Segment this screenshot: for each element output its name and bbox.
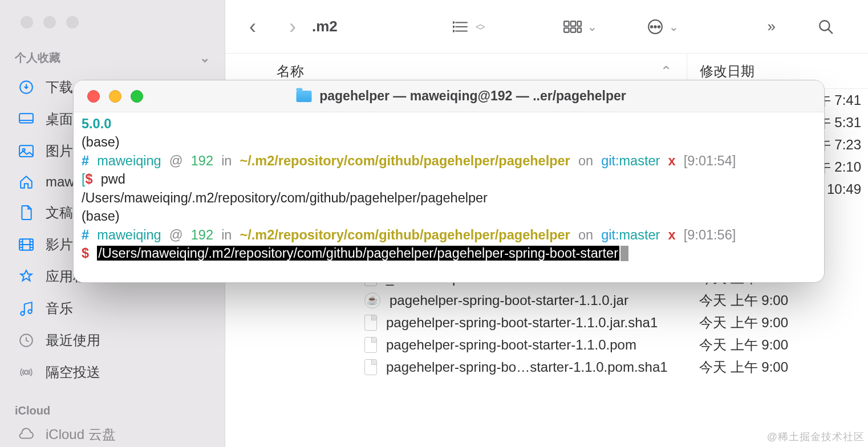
svg-point-8 bbox=[453, 26, 454, 27]
file-date: 今天 上午 9:00 bbox=[687, 358, 868, 376]
file-row[interactable]: ☕pagehelper-spring-boot-starter-1.1.0.ja… bbox=[225, 289, 868, 311]
sidebar-item-airdrop[interactable]: 隔空投送 bbox=[15, 356, 210, 388]
terminal-window[interactable]: pagehelper — maweiqing@192 — ..er/pagehe… bbox=[73, 80, 825, 283]
folder-icon bbox=[297, 91, 312, 102]
document-icon bbox=[364, 315, 377, 331]
forward-button[interactable]: › bbox=[289, 15, 296, 39]
file-name: pagehelper-spring-boot-starter-1.1.0.pom bbox=[386, 337, 636, 353]
sidebar-item-recents[interactable]: 最近使用 bbox=[15, 324, 210, 356]
location-title: .m2 bbox=[312, 18, 338, 35]
nav-arrows: ‹ › bbox=[249, 15, 296, 39]
document-icon bbox=[364, 359, 377, 375]
svg-point-9 bbox=[453, 30, 454, 31]
watermark: @稀土掘金技术社区 bbox=[767, 430, 865, 444]
sort-indicator-icon: ⌃ bbox=[660, 63, 672, 79]
download-icon bbox=[18, 79, 34, 95]
zoom-dot[interactable] bbox=[66, 16, 79, 29]
cloud-icon bbox=[18, 426, 34, 442]
close-dot[interactable] bbox=[21, 16, 33, 29]
svg-point-17 bbox=[650, 26, 652, 27]
sidebar-item-icloud-drive[interactable]: iCloud 云盘 bbox=[0, 417, 225, 444]
desktop-icon bbox=[18, 111, 34, 127]
file-row[interactable]: pagehelper-spring-boot-starter-1.1.0.pom… bbox=[225, 334, 868, 356]
chevron-down-icon: ⌄ bbox=[587, 20, 597, 34]
finder-toolbar: ‹ › .m2 ︿﹀ ⌄ ⌄ » bbox=[225, 0, 868, 54]
svg-rect-12 bbox=[577, 21, 581, 26]
group-button[interactable]: ⌄ bbox=[563, 20, 597, 34]
column-name[interactable]: 名称 ⌃ bbox=[225, 62, 687, 80]
svg-point-6 bbox=[25, 371, 29, 375]
svg-rect-11 bbox=[570, 21, 575, 26]
svg-rect-2 bbox=[19, 145, 33, 157]
file-row[interactable]: pagehelper-spring-bo…starter-1.1.0.pom.s… bbox=[225, 356, 868, 378]
file-date: 今天 上午 9:00 bbox=[687, 291, 868, 310]
sidebar-item-music[interactable]: 音乐 bbox=[15, 292, 210, 324]
movies-icon bbox=[18, 237, 34, 253]
file-row[interactable]: pagehelper-spring-boot-starter-1.1.0.jar… bbox=[225, 311, 868, 334]
file-date: 今天 上午 9:00 bbox=[687, 314, 868, 332]
terminal-body[interactable]: 5.0.0 (base) # maweiqing @ 192 in ~/.m2/… bbox=[74, 112, 824, 282]
terminal-window-controls[interactable] bbox=[74, 90, 155, 103]
favorites-label: 个人收藏 bbox=[15, 50, 60, 66]
svg-rect-1 bbox=[19, 113, 33, 123]
cursor bbox=[620, 246, 628, 261]
pictures-icon bbox=[18, 143, 34, 159]
highlighted-path: /Users/maweiqing/.m2/repository/com/gith… bbox=[97, 246, 619, 261]
svg-point-7 bbox=[453, 22, 454, 23]
svg-point-18 bbox=[654, 26, 656, 27]
document-icon bbox=[364, 337, 377, 353]
sidebar-favorites-header[interactable]: 个人收藏 ⌄ bbox=[15, 47, 210, 71]
minimize-button[interactable] bbox=[109, 90, 121, 103]
music-icon bbox=[18, 300, 34, 316]
window-controls[interactable] bbox=[0, 8, 225, 47]
airdrop-icon bbox=[18, 364, 34, 380]
updown-icon: ︿﹀ bbox=[476, 22, 486, 32]
close-button[interactable] bbox=[87, 90, 100, 103]
minimize-dot[interactable] bbox=[43, 16, 56, 29]
action-button[interactable]: ⌄ bbox=[647, 19, 679, 35]
svg-point-19 bbox=[658, 26, 659, 27]
file-name: pagehelper-spring-boot-starter-1.1.0.jar… bbox=[386, 315, 658, 331]
svg-rect-13 bbox=[564, 28, 569, 32]
chevron-down-icon: ⌄ bbox=[669, 20, 679, 34]
chevron-down-icon[interactable]: ⌄ bbox=[200, 51, 210, 66]
home-icon bbox=[18, 174, 34, 190]
file-name: pagehelper-spring-bo…starter-1.1.0.pom.s… bbox=[386, 359, 668, 375]
file-name: pagehelper-spring-boot-starter-1.1.0.jar bbox=[390, 292, 628, 308]
file-date: 今天 上午 9:00 bbox=[687, 336, 868, 354]
documents-icon bbox=[18, 205, 34, 221]
jar-icon: ☕ bbox=[364, 292, 380, 308]
search-button[interactable] bbox=[818, 19, 834, 35]
svg-rect-15 bbox=[577, 28, 581, 32]
recents-icon bbox=[18, 332, 34, 348]
applications-icon bbox=[18, 269, 34, 285]
sidebar-icloud-header[interactable]: iCloud bbox=[0, 388, 225, 417]
terminal-titlebar[interactable]: pagehelper — maweiqing@192 — ..er/pagehe… bbox=[74, 80, 824, 112]
svg-rect-10 bbox=[564, 21, 569, 26]
svg-point-20 bbox=[820, 21, 829, 30]
view-list-button[interactable]: ︿﹀ bbox=[453, 21, 486, 33]
svg-rect-14 bbox=[570, 28, 575, 32]
overflow-button[interactable]: » bbox=[768, 18, 776, 35]
terminal-title: pagehelper — maweiqing@192 — ..er/pagehe… bbox=[155, 88, 824, 104]
zoom-button[interactable] bbox=[131, 90, 143, 103]
back-button[interactable]: ‹ bbox=[249, 15, 256, 39]
